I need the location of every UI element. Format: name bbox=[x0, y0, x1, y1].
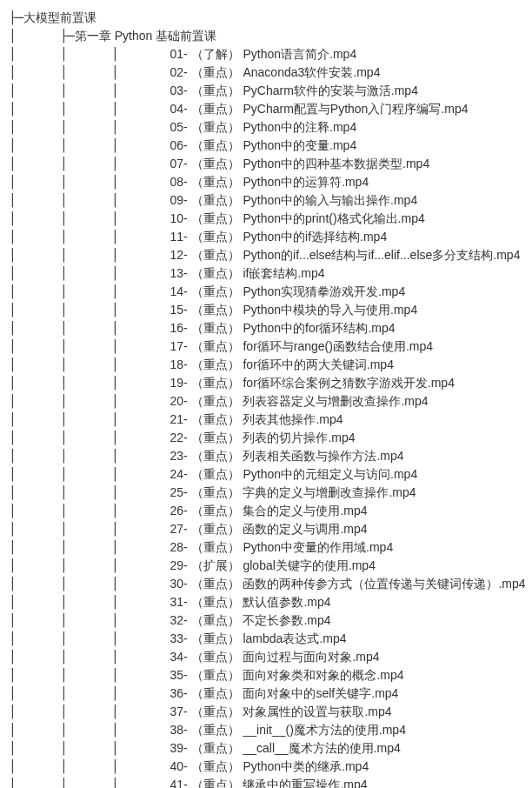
tree-prefix: │ │ │ bbox=[9, 447, 170, 465]
tree-item: │ │ │ 31- （重点） 默认值参数.mp4 bbox=[9, 593, 523, 611]
tree-item: │ │ │ 28- （重点） Python中变量的作用域.mp4 bbox=[9, 538, 523, 557]
tree-item: │ │ │ 13- （重点） if嵌套结构.mp4 bbox=[9, 264, 523, 283]
tree-item-label: 40- （重点） Python中类的继承.mp4 bbox=[170, 758, 369, 776]
tree-item: │ │ │ 40- （重点） Python中类的继承.mp4 bbox=[9, 758, 523, 776]
tree-item-label: 07- （重点） Python中的四种基本数据类型.mp4 bbox=[170, 155, 429, 173]
tree-item: │ │ │ 01- （了解） Python语言简介.mp4 bbox=[9, 45, 523, 63]
tree-item: │ │ │ 20- （重点） 列表容器定义与增删改查操作.mp4 bbox=[9, 392, 523, 411]
tree-prefix: │ │ │ bbox=[9, 758, 170, 776]
tree-prefix: │ │ │ bbox=[9, 575, 170, 593]
tree-item-label: 30- （重点） 函数的两种传参方式（位置传递与关键词传递）.mp4 bbox=[170, 575, 525, 593]
tree-item: │ │ │ 30- （重点） 函数的两种传参方式（位置传递与关键词传递）.mp4 bbox=[9, 575, 523, 593]
tree-prefix: │ │ │ bbox=[9, 191, 170, 210]
tree-item: │ │ │ 14- （重点） Python实现猜拳游戏开发.mp4 bbox=[9, 283, 523, 301]
tree-item: │ │ │ 25- （重点） 字典的定义与增删改查操作.mp4 bbox=[9, 484, 523, 502]
tree-prefix: │ │ │ bbox=[9, 63, 170, 82]
tree-prefix: │ │ │ bbox=[9, 45, 170, 63]
tree-item-label: 41- （重点） 继承中的重写操作.mp4 bbox=[170, 776, 367, 788]
tree-prefix: │ │ │ bbox=[9, 319, 170, 337]
tree-chapter-node: │ ├─ 第一章 Python 基础前置课 bbox=[9, 27, 523, 45]
tree-item-label: 33- （重点） lambda表达式.mp4 bbox=[170, 630, 346, 648]
tree-item: │ │ │ 11- （重点） Python中的if选择结构.mp4 bbox=[9, 228, 523, 246]
tree-item-label: 12- （重点） Python的if...else结构与if...elif...… bbox=[170, 246, 520, 264]
tree-item-label: 21- （重点） 列表其他操作.mp4 bbox=[170, 411, 342, 429]
tree-item: │ │ │ 12- （重点） Python的if...else结构与if...e… bbox=[9, 246, 523, 264]
tree-item-label: 28- （重点） Python中变量的作用域.mp4 bbox=[170, 538, 393, 557]
tree-prefix: │ │ │ bbox=[9, 611, 170, 630]
tree-prefix: │ │ │ bbox=[9, 155, 170, 173]
tree-item-label: 24- （重点） Python中的元组定义与访问.mp4 bbox=[170, 465, 417, 484]
tree-item: │ │ │ 19- （重点） for循环综合案例之猜数字游戏开发.mp4 bbox=[9, 374, 523, 392]
tree-item: │ │ │ 27- （重点） 函数的定义与调用.mp4 bbox=[9, 520, 523, 538]
tree-item-label: 13- （重点） if嵌套结构.mp4 bbox=[170, 264, 324, 283]
tree-prefix: │ │ │ bbox=[9, 82, 170, 100]
tree-item-label: 34- （重点） 面向过程与面向对象.mp4 bbox=[170, 648, 379, 666]
tree-item-label: 25- （重点） 字典的定义与增删改查操作.mp4 bbox=[170, 484, 416, 502]
tree-item: │ │ │ 06- （重点） Python中的变量.mp4 bbox=[9, 137, 523, 155]
tree-prefix: │ │ │ bbox=[9, 684, 170, 703]
tree-prefix: │ │ │ bbox=[9, 484, 170, 502]
file-tree: ├─ 大模型前置课 │ ├─ 第一章 Python 基础前置课 │ │ │ 01… bbox=[9, 9, 523, 788]
tree-prefix: ├─ bbox=[9, 9, 23, 27]
tree-item-label: 38- （重点） __init__()魔术方法的使用.mp4 bbox=[170, 721, 406, 739]
tree-item-label: 23- （重点） 列表相关函数与操作方法.mp4 bbox=[170, 447, 403, 465]
tree-prefix: │ │ │ bbox=[9, 137, 170, 155]
tree-item-label: 39- （重点） __call__魔术方法的使用.mp4 bbox=[170, 739, 400, 758]
tree-prefix: │ │ │ bbox=[9, 648, 170, 666]
tree-item: │ │ │ 37- （重点） 对象属性的设置与获取.mp4 bbox=[9, 703, 523, 721]
tree-item: │ │ │ 21- （重点） 列表其他操作.mp4 bbox=[9, 411, 523, 429]
tree-item: │ │ │ 15- （重点） Python中模块的导入与使用.mp4 bbox=[9, 301, 523, 319]
tree-root-label: 大模型前置课 bbox=[23, 9, 96, 27]
tree-item-label: 20- （重点） 列表容器定义与增删改查操作.mp4 bbox=[170, 392, 428, 411]
tree-item-label: 32- （重点） 不定长参数.mp4 bbox=[170, 611, 330, 630]
tree-item-label: 35- （重点） 面向对象类和对象的概念.mp4 bbox=[170, 666, 403, 684]
tree-item-label: 06- （重点） Python中的变量.mp4 bbox=[170, 137, 356, 155]
tree-item-label: 01- （了解） Python语言简介.mp4 bbox=[170, 45, 356, 63]
tree-chapter-label: 第一章 Python 基础前置课 bbox=[75, 27, 216, 45]
tree-item-label: 31- （重点） 默认值参数.mp4 bbox=[170, 593, 330, 611]
tree-item-label: 26- （重点） 集合的定义与使用.mp4 bbox=[170, 502, 367, 520]
tree-prefix: │ │ │ bbox=[9, 557, 170, 575]
tree-item-label: 19- （重点） for循环综合案例之猜数字游戏开发.mp4 bbox=[170, 374, 454, 392]
tree-prefix: │ │ │ bbox=[9, 228, 170, 246]
tree-item-label: 29- （扩展） global关键字的使用.mp4 bbox=[170, 557, 376, 575]
tree-prefix: │ │ │ bbox=[9, 264, 170, 283]
tree-item-label: 09- （重点） Python中的输入与输出操作.mp4 bbox=[170, 191, 417, 210]
tree-prefix: │ │ │ bbox=[9, 246, 170, 264]
tree-prefix: │ │ │ bbox=[9, 210, 170, 228]
tree-prefix: │ │ │ bbox=[9, 374, 170, 392]
tree-prefix: │ │ │ bbox=[9, 465, 170, 484]
tree-item: │ │ │ 32- （重点） 不定长参数.mp4 bbox=[9, 611, 523, 630]
tree-item-label: 11- （重点） Python中的if选择结构.mp4 bbox=[170, 228, 387, 246]
tree-items-container: │ │ │ 01- （了解） Python语言简介.mp4│ │ │ 02- （… bbox=[9, 45, 523, 788]
tree-prefix: │ │ │ bbox=[9, 739, 170, 758]
tree-prefix: │ │ │ bbox=[9, 520, 170, 538]
tree-prefix: │ │ │ bbox=[9, 593, 170, 611]
tree-prefix: │ │ │ bbox=[9, 429, 170, 447]
tree-item: │ │ │ 26- （重点） 集合的定义与使用.mp4 bbox=[9, 502, 523, 520]
tree-item-label: 03- （重点） PyCharm软件的安装与激活.mp4 bbox=[170, 82, 417, 100]
tree-item-label: 18- （重点） for循环中的两大关键词.mp4 bbox=[170, 356, 393, 374]
tree-prefix: │ │ │ bbox=[9, 666, 170, 684]
tree-prefix: │ │ │ bbox=[9, 356, 170, 374]
tree-item: │ │ │ 41- （重点） 继承中的重写操作.mp4 bbox=[9, 776, 523, 788]
tree-prefix: │ │ │ bbox=[9, 283, 170, 301]
tree-item: │ │ │ 03- （重点） PyCharm软件的安装与激活.mp4 bbox=[9, 82, 523, 100]
tree-item: │ │ │ 02- （重点） Anaconda3软件安装.mp4 bbox=[9, 63, 523, 82]
tree-item: │ │ │ 22- （重点） 列表的切片操作.mp4 bbox=[9, 429, 523, 447]
tree-prefix: │ │ │ bbox=[9, 776, 170, 788]
tree-item-label: 36- （重点） 面向对象中的self关键字.mp4 bbox=[170, 684, 398, 703]
tree-item: │ │ │ 24- （重点） Python中的元组定义与访问.mp4 bbox=[9, 465, 523, 484]
tree-item-label: 10- （重点） Python中的print()格式化输出.mp4 bbox=[170, 210, 424, 228]
tree-item: │ │ │ 04- （重点） PyCharm配置与Python入门程序编写.mp… bbox=[9, 100, 523, 118]
tree-prefix: │ │ │ bbox=[9, 411, 170, 429]
tree-item: │ │ │ 34- （重点） 面向过程与面向对象.mp4 bbox=[9, 648, 523, 666]
tree-item-label: 16- （重点） Python中的for循环结构.mp4 bbox=[170, 319, 395, 337]
tree-item: │ │ │ 18- （重点） for循环中的两大关键词.mp4 bbox=[9, 356, 523, 374]
tree-item-label: 08- （重点） Python中的运算符.mp4 bbox=[170, 173, 369, 191]
tree-prefix: │ │ │ bbox=[9, 721, 170, 739]
tree-item: │ │ │ 16- （重点） Python中的for循环结构.mp4 bbox=[9, 319, 523, 337]
tree-item-label: 15- （重点） Python中模块的导入与使用.mp4 bbox=[170, 301, 417, 319]
tree-prefix: │ │ │ bbox=[9, 118, 170, 137]
tree-item-label: 37- （重点） 对象属性的设置与获取.mp4 bbox=[170, 703, 391, 721]
